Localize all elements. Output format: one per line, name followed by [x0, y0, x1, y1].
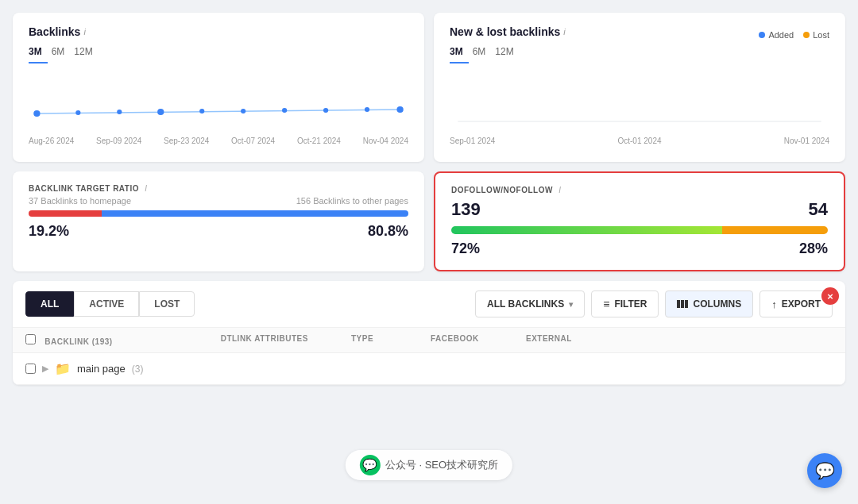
th-facebook: FACEBOOK	[431, 334, 526, 346]
wechat-text: 公众号 · SEO技术研究所	[385, 458, 498, 472]
svg-point-3	[117, 110, 122, 114]
time-12m-btn[interactable]: 12M	[74, 44, 92, 59]
close-button[interactable]: ×	[821, 287, 839, 305]
lost-legend: Lost	[803, 30, 829, 40]
dofollow-right-pct: 28%	[799, 240, 828, 257]
new-lost-legend: Added Lost	[759, 30, 829, 40]
ratio-title: BACKLINK TARGET RATIO i	[29, 184, 408, 193]
dofollow-bar	[451, 226, 828, 234]
th-external: EXTERNAL	[526, 334, 629, 346]
dofollow-left-count: 139	[451, 199, 481, 220]
svg-point-5	[199, 109, 204, 113]
dofollow-left-pct: 72%	[451, 240, 480, 257]
time-6m-btn[interactable]: 6M	[52, 44, 65, 59]
th-link-attr: LINK ATTRIBUTES	[232, 334, 351, 346]
filter-btn[interactable]: ≡ FILTER	[591, 290, 659, 317]
new-lost-title-text: New & lost backlinks	[450, 25, 560, 38]
ratio-bar-red	[29, 210, 102, 217]
svg-point-1	[33, 110, 40, 117]
new-lost-x-labels: Sep-01 2024 Oct-01 2024 Nov-01 2024	[450, 137, 829, 145]
time-3m-btn[interactable]: 3M	[29, 44, 42, 59]
new-lost-title: New & lost backlinks i	[450, 25, 566, 38]
backlinks-card: Backlinks i 3M 6M 12M	[13, 13, 424, 162]
action-buttons: ALL BACKLINKS ▾ ≡ FILTER COLUMNS ↑	[475, 290, 833, 317]
ratio-bar	[29, 210, 408, 217]
wechat-watermark: 💬 公众号 · SEO技术研究所	[346, 450, 512, 480]
lost-dot	[803, 32, 810, 38]
th-dt: DT	[184, 334, 232, 346]
dofollow-bar-orange	[722, 226, 828, 234]
svg-point-10	[396, 106, 403, 113]
bottom-panel: ALL ACTIVE LOST ALL BACKLINKS ▾ ≡ FILTER	[13, 281, 845, 385]
new-lost-card: New & lost backlinks i Added Lost 3M 6M	[434, 13, 845, 162]
ratio-bar-blue	[102, 210, 408, 217]
ratio-left-pct: 19.2%	[29, 223, 69, 240]
filter-bar: ALL ACTIVE LOST ALL BACKLINKS ▾ ≡ FILTER	[13, 281, 845, 328]
svg-point-8	[323, 108, 328, 113]
nl-time-underline	[450, 62, 469, 63]
dofollow-card: DOFOLLOW/NOFOLLOW i 139 54 72% 28%	[434, 171, 845, 271]
ratio-left-label: 37 Backlinks to homepage	[29, 196, 131, 206]
dofollow-title: DOFOLLOW/NOFOLLOW i	[451, 186, 828, 194]
row-label: main page	[77, 363, 126, 375]
new-lost-line-chart	[450, 70, 829, 133]
nl-time-6m-btn[interactable]: 6M	[473, 44, 486, 59]
nl-time-12m-btn[interactable]: 12M	[495, 44, 513, 59]
tab-active[interactable]: ACTIVE	[74, 291, 139, 317]
ratio-right-label: 156 Backlinks to other pages	[296, 196, 408, 206]
wechat-icon: 💬	[360, 455, 381, 475]
backlinks-title: Backlinks i	[29, 25, 408, 38]
ratio-subtitle: 37 Backlinks to homepage 156 Backlinks t…	[29, 196, 408, 206]
backlinks-title-text: Backlinks	[29, 25, 80, 38]
ratio-right-pct: 80.8%	[368, 223, 408, 240]
ratio-info-icon[interactable]: i	[145, 184, 147, 193]
svg-point-7	[282, 108, 287, 113]
dofollow-bar-green	[451, 226, 722, 234]
svg-point-2	[75, 110, 80, 115]
tab-all[interactable]: ALL	[25, 291, 74, 317]
ratio-values: 19.2% 80.8%	[29, 223, 408, 240]
columns-icon	[677, 300, 688, 308]
export-icon: ↑	[771, 298, 777, 310]
backlinks-time-filters: 3M 6M 12M	[29, 44, 408, 59]
th-backlink: BACKLINK (193)	[25, 334, 184, 346]
svg-line-0	[37, 110, 400, 113]
backlinks-line-chart	[29, 70, 408, 133]
dofollow-pct: 72% 28%	[451, 240, 828, 257]
th-type: TYPE	[351, 334, 431, 346]
dofollow-info-icon[interactable]: i	[558, 186, 561, 194]
added-dot	[759, 32, 765, 38]
ratio-card: BACKLINK TARGET RATIO i 37 Backlinks to …	[13, 171, 424, 271]
columns-btn[interactable]: COLUMNS	[665, 290, 753, 317]
table-header: BACKLINK (193) DT LINK ATTRIBUTES TYPE F…	[13, 328, 845, 353]
backlinks-info-icon[interactable]: i	[83, 27, 85, 37]
nl-time-3m-btn[interactable]: 3M	[450, 44, 463, 59]
row-checkbox[interactable]	[25, 364, 36, 374]
svg-point-9	[365, 107, 369, 112]
filter-icon: ≡	[603, 298, 609, 310]
tab-lost[interactable]: LOST	[139, 291, 195, 317]
svg-point-6	[241, 109, 245, 113]
table-row: ▶ 📁 main page (3)	[13, 353, 845, 385]
chevron-down-icon: ▾	[569, 300, 573, 309]
expand-icon[interactable]: ▶	[42, 364, 48, 374]
row-count: (3)	[132, 364, 144, 375]
tab-group: ALL ACTIVE LOST	[25, 291, 195, 317]
chat-bubble[interactable]: 💬	[807, 453, 842, 488]
new-lost-chart: Sep-01 2024 Oct-01 2024 Nov-01 2024	[450, 70, 829, 149]
backlinks-x-labels: Aug-26 2024 Sep-09 2024 Sep-23 2024 Oct-…	[29, 137, 408, 145]
dofollow-right-count: 54	[809, 199, 828, 220]
added-legend: Added	[759, 30, 794, 40]
new-lost-time-filters: 3M 6M 12M	[450, 44, 829, 59]
backlinks-chart: Aug-26 2024 Sep-09 2024 Sep-23 2024 Oct-…	[29, 70, 408, 149]
select-all-checkbox[interactable]	[25, 334, 36, 344]
new-lost-info-icon[interactable]: i	[563, 27, 565, 37]
dofollow-counts: 139 54	[451, 199, 828, 220]
all-backlinks-btn[interactable]: ALL BACKLINKS ▾	[475, 290, 585, 317]
time-underline	[29, 62, 48, 63]
svg-point-4	[157, 109, 164, 115]
folder-icon: 📁	[55, 361, 71, 376]
